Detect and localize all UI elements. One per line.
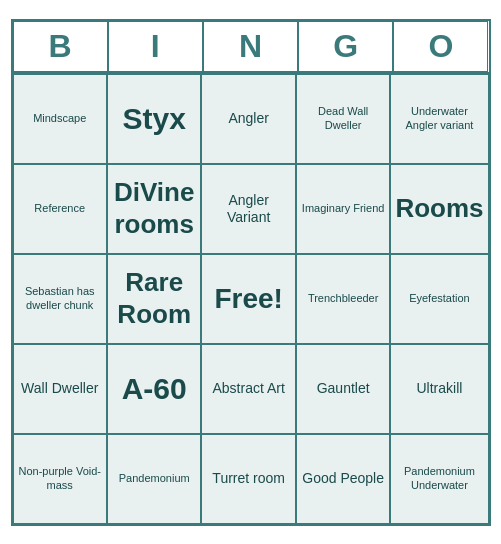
header-letter-N: N xyxy=(203,21,298,72)
cell-r2-c1: Rare Room xyxy=(107,254,201,344)
cell-r1-c0: Reference xyxy=(13,164,107,254)
cell-r1-c3: Imaginary Friend xyxy=(296,164,390,254)
header-letter-G: G xyxy=(298,21,393,72)
cell-r0-c0: Mindscape xyxy=(13,74,107,164)
cell-r4-c4: Pandemonium Underwater xyxy=(390,434,488,524)
cell-r2-c3: Trenchbleeder xyxy=(296,254,390,344)
cell-r1-c4: Rooms xyxy=(390,164,488,254)
cell-r3-c2: Abstract Art xyxy=(201,344,295,434)
bingo-grid: MindscapeStyxAnglerDead Wall DwellerUnde… xyxy=(13,72,489,524)
cell-r4-c3: Good People xyxy=(296,434,390,524)
bingo-card: BINGO MindscapeStyxAnglerDead Wall Dwell… xyxy=(11,19,491,526)
header-letter-I: I xyxy=(108,21,203,72)
cell-r1-c1: DiVine rooms xyxy=(107,164,201,254)
cell-r2-c4: Eyefestation xyxy=(390,254,488,344)
cell-r3-c3: Gauntlet xyxy=(296,344,390,434)
cell-r0-c4: Underwater Angler variant xyxy=(390,74,488,164)
cell-r3-c1: A-60 xyxy=(107,344,201,434)
cell-r3-c0: Wall Dweller xyxy=(13,344,107,434)
cell-r4-c0: Non-purple Void-mass xyxy=(13,434,107,524)
cell-r0-c1: Styx xyxy=(107,74,201,164)
cell-r0-c2: Angler xyxy=(201,74,295,164)
cell-r2-c2: Free! xyxy=(201,254,295,344)
cell-r2-c0: Sebastian has dweller chunk xyxy=(13,254,107,344)
cell-r3-c4: Ultrakill xyxy=(390,344,488,434)
header-letter-O: O xyxy=(393,21,488,72)
cell-r4-c2: Turret room xyxy=(201,434,295,524)
cell-r0-c3: Dead Wall Dweller xyxy=(296,74,390,164)
bingo-header: BINGO xyxy=(13,21,489,72)
cell-r1-c2: Angler Variant xyxy=(201,164,295,254)
cell-r4-c1: Pandemonium xyxy=(107,434,201,524)
header-letter-B: B xyxy=(13,21,108,72)
